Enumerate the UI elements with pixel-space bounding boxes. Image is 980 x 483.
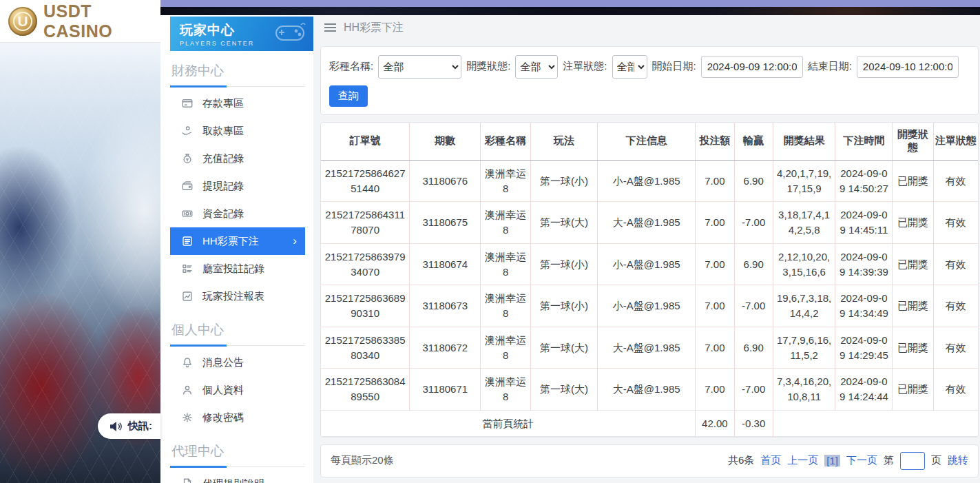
sidebar-item-deposit[interactable]: 存款專區 xyxy=(170,90,305,117)
sidebar-item-label: HH彩票下注 xyxy=(202,235,259,248)
bets-table-panel: 訂單號期數彩種名稱玩法下注信息投注額輸贏開獎結果下注時間開獎狀態注單狀態 215… xyxy=(320,122,979,438)
doc-icon xyxy=(181,477,194,483)
query-button[interactable]: 查詢 xyxy=(329,85,368,107)
table-cell: 已開獎 xyxy=(893,285,933,327)
lottery-type-select[interactable]: 全部 xyxy=(378,55,461,79)
sidebar-item-user[interactable]: 個人資料 xyxy=(170,376,305,404)
column-header: 輸贏 xyxy=(734,123,773,161)
summary-empty xyxy=(773,410,978,436)
main-header: HH彩票下注 xyxy=(313,15,980,41)
draw-status-label: 開獎狀態: xyxy=(466,60,510,73)
top-lavender-strip xyxy=(160,0,980,7)
lottery-type-label: 彩種名稱: xyxy=(329,60,373,73)
sidebar-item-doc[interactable]: 代理規則說明 xyxy=(170,470,305,483)
table-cell: 小-A盤@1.985 xyxy=(598,160,696,202)
end-date-label: 結束日期: xyxy=(808,60,852,73)
filter-panel: 彩種名稱: 全部 開獎狀態: 全部 注單狀態: 全部 開始日期: 結束日期: 查… xyxy=(320,46,979,115)
news-ticker-button[interactable]: 快訊: xyxy=(98,413,160,439)
table-cell: 7,3,4,16,20,10,8,11 xyxy=(773,369,835,411)
table-cell: 2152172586462751440 xyxy=(321,160,410,202)
table-cell: 6.90 xyxy=(734,327,773,369)
table-cell: 大-A盤@1.985 xyxy=(598,327,696,369)
column-header: 彩種名稱 xyxy=(481,123,531,161)
table-cell: 有效 xyxy=(933,327,978,369)
sidebar-item-withdraw[interactable]: 取款專區 xyxy=(170,117,305,145)
top-dark-banner xyxy=(160,7,980,15)
speaker-icon xyxy=(110,421,122,432)
table-cell: 2024-09-09 14:34:49 xyxy=(835,285,893,327)
start-date-input[interactable] xyxy=(701,56,803,78)
order-status-select[interactable]: 全部 xyxy=(612,55,647,79)
start-date-label: 開始日期: xyxy=(652,60,696,73)
sidebar-item-cashout[interactable]: 提現記錄 xyxy=(170,172,305,200)
table-cell: 31180676 xyxy=(410,160,481,202)
column-header: 下注信息 xyxy=(598,123,696,161)
table-cell: 31180675 xyxy=(410,202,481,244)
order-status-label: 注單狀態: xyxy=(563,60,607,73)
table-cell: 2152172586308489550 xyxy=(321,369,410,411)
sidebar-item-recharge[interactable]: 充值記錄 xyxy=(170,145,305,172)
sidebar-item-label: 存款專區 xyxy=(202,97,244,110)
table-cell: 7.00 xyxy=(696,202,734,244)
sidebar-item-label: 個人資料 xyxy=(202,384,244,397)
section-title: 個人中心 xyxy=(170,310,305,346)
table-cell: 有效 xyxy=(933,202,978,244)
table-cell: 19,6,7,3,18,14,4,2 xyxy=(773,285,835,327)
table-cell: 澳洲幸运8 xyxy=(481,202,531,244)
sidebar-item-gear[interactable]: 修改密碼 xyxy=(170,404,305,431)
table-cell: 澳洲幸运8 xyxy=(481,243,531,285)
column-header: 開獎狀態 xyxy=(893,123,933,161)
column-header: 玩法 xyxy=(530,123,597,161)
page-size-text: 每頁顯示20條 xyxy=(331,454,394,467)
sidebar-nav: 財務中心存款專區取款專區充值記錄提現記錄資金記錄HH彩票下注›廳室投註記錄玩家投… xyxy=(160,51,313,483)
sidebar-item-hall[interactable]: 廳室投註記錄 xyxy=(170,255,305,282)
first-page-link[interactable]: 首页 xyxy=(760,454,781,467)
table-cell: 2024-09-09 14:24:44 xyxy=(835,369,893,411)
jump-action-link[interactable]: 跳转 xyxy=(948,454,968,467)
summary-bet-total: 42.00 xyxy=(696,436,734,437)
table-cell: 小-A盤@1.985 xyxy=(598,243,696,285)
total-count-text: 共6条 xyxy=(728,454,754,467)
table-cell: 澳洲幸运8 xyxy=(481,160,531,202)
prev-page-link[interactable]: 上一页 xyxy=(787,454,818,467)
table-cell: 第一球(大) xyxy=(530,327,597,369)
table-cell: 大-A盤@1.985 xyxy=(598,369,696,411)
menu-toggle-icon[interactable] xyxy=(324,23,336,32)
sidebar-item-report[interactable]: 玩家投注報表 xyxy=(170,282,305,310)
sidebar-item-bell[interactable]: 消息公告 xyxy=(170,349,305,376)
user-icon xyxy=(181,384,194,396)
table-cell: 7.00 xyxy=(696,369,734,411)
summary-winloss-total: -0.30 xyxy=(734,436,773,437)
table-row: 215217258633858034031180672澳洲幸运8第一球(大)大-… xyxy=(321,327,978,369)
draw-status-select[interactable]: 全部 xyxy=(515,55,558,79)
logo-letter: U xyxy=(13,12,32,31)
current-page-indicator: [1] xyxy=(824,455,840,466)
next-page-link[interactable]: 下一页 xyxy=(846,454,877,467)
sidebar-item-lottery[interactable]: HH彩票下注› xyxy=(170,227,305,255)
table-cell: 已開獎 xyxy=(893,202,933,244)
sidebar-item-label: 充值記錄 xyxy=(202,152,244,165)
page-jump-input[interactable] xyxy=(900,452,925,470)
table-cell: 2152172586431178070 xyxy=(321,202,410,244)
casino-logo-text[interactable]: USDT CASINO xyxy=(43,1,160,41)
bell-icon xyxy=(181,356,194,369)
jump-prefix: 第 xyxy=(884,454,894,467)
table-cell: 2024-09-09 14:29:45 xyxy=(835,327,893,369)
table-cell: 第一球(小) xyxy=(530,285,597,327)
gear-icon xyxy=(181,411,194,424)
table-cell: 7.00 xyxy=(696,160,734,202)
summary-label: 當前頁統計 xyxy=(321,410,696,436)
table-cell: 31180671 xyxy=(410,369,481,411)
sidebar-item-label: 修改密碼 xyxy=(202,411,244,424)
players-center-banner: 玩家中心 PLAYERS CENTER xyxy=(170,17,313,51)
table-cell: 已開獎 xyxy=(893,369,933,411)
sidebar-item-label: 玩家投注報表 xyxy=(202,290,264,303)
table-cell: 3,18,17,4,14,2,5,8 xyxy=(773,202,835,244)
jump-suffix: 页 xyxy=(931,454,941,467)
end-date-input[interactable] xyxy=(857,56,959,78)
sidebar-item-funds[interactable]: 資金記錄 xyxy=(170,200,305,227)
table-cell: 7.00 xyxy=(696,243,734,285)
table-cell: 2024-09-09 14:50:27 xyxy=(835,160,893,202)
summary-label: 總統計 xyxy=(321,436,696,437)
funds-icon xyxy=(181,207,194,220)
